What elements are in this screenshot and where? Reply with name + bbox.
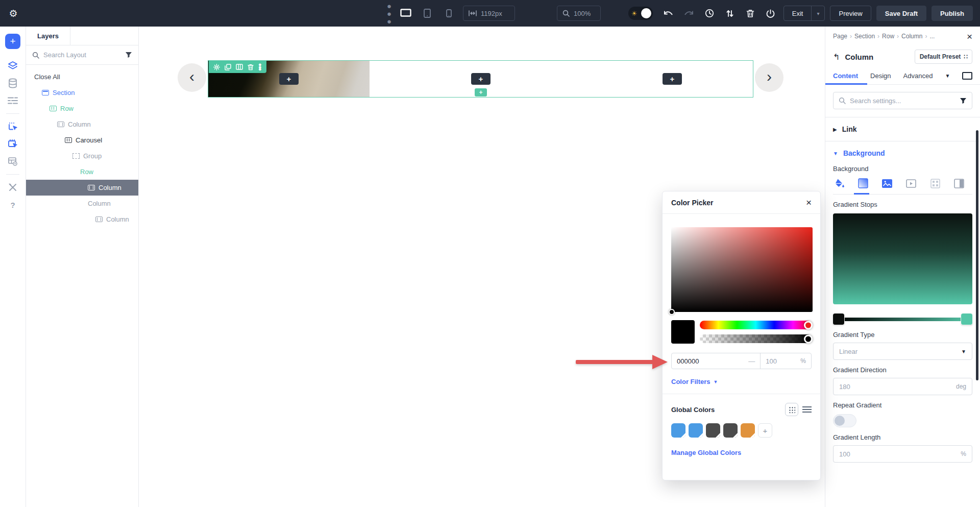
hue-knob[interactable] [804, 321, 813, 329]
history-clock-icon[interactable] [702, 6, 717, 21]
canvas-width-field[interactable] [463, 6, 515, 21]
theme-toggle[interactable]: ☀ [628, 7, 653, 20]
breadcrumb-item[interactable]: Section [854, 33, 875, 40]
gradient-stop-end-knob[interactable] [961, 313, 972, 325]
layers-search-input[interactable] [43, 51, 121, 59]
bg-type-video-icon[interactable] [905, 178, 917, 189]
settings-list-button[interactable] [5, 92, 20, 109]
layer-item-close-all[interactable]: Close All [26, 69, 138, 85]
power-exit-icon[interactable] [763, 6, 778, 21]
grid-view-button[interactable] [785, 403, 798, 416]
layer-item-section[interactable]: Section [26, 85, 138, 101]
add-to-column-1-button[interactable]: + [279, 73, 299, 85]
tools-wrench-button[interactable] [5, 179, 20, 196]
layer-item-carousel[interactable]: Carousel [26, 132, 138, 148]
canvas-zoom-input[interactable] [574, 10, 595, 17]
hex-clear-dash[interactable]: — [748, 357, 755, 365]
bg-type-gradient-icon[interactable] [857, 178, 869, 189]
gradient-direction-field[interactable]: deg [833, 378, 972, 395]
color-picker-close-icon[interactable]: × [806, 198, 812, 207]
breadcrumb-item[interactable]: Page [833, 33, 847, 40]
layer-item-column[interactable]: Column [26, 211, 138, 227]
list-view-button[interactable] [802, 406, 812, 413]
color-filters-toggle[interactable]: Color Filters ▼ [671, 378, 812, 385]
exit-button[interactable]: Exit [784, 6, 812, 20]
back-arrow-icon[interactable]: ↰ [833, 52, 840, 62]
gradient-preview[interactable] [833, 213, 972, 304]
settings-search-input[interactable] [850, 97, 955, 105]
element-more-kebab-icon[interactable]: ●●● [258, 63, 262, 71]
hex-field[interactable]: — [672, 353, 761, 369]
tab-design[interactable]: Design [870, 72, 891, 80]
multi-select-button[interactable] [5, 135, 20, 153]
add-global-color-button[interactable]: + [758, 423, 772, 438]
carousel-next-button[interactable]: › [755, 63, 783, 92]
global-color-swatch[interactable] [689, 423, 703, 438]
add-to-column-3-button[interactable]: + [663, 73, 682, 85]
breadcrumb-item[interactable]: Row [882, 33, 894, 40]
phone-breakpoint-button[interactable] [442, 6, 456, 20]
element-trash-icon[interactable] [248, 64, 254, 70]
layer-item-row[interactable]: Row [26, 164, 138, 180]
layers-tab[interactable]: Layers [26, 27, 70, 45]
layers-panel-button[interactable] [5, 57, 20, 75]
add-to-column-2-button[interactable]: + [471, 73, 491, 85]
element-settings-gear-icon[interactable] [213, 64, 220, 70]
help-button[interactable]: ? [5, 196, 20, 213]
data-panel-button[interactable] [5, 75, 20, 92]
layer-item-row[interactable]: Row [26, 101, 138, 116]
undo-button[interactable] [661, 6, 676, 21]
layer-item-column[interactable]: Column [26, 180, 138, 196]
gradient-stop-track[interactable] [835, 318, 970, 321]
element-columns-icon[interactable] [236, 64, 243, 70]
alpha-knob[interactable] [804, 334, 813, 343]
inspector-scrollbar[interactable] [976, 130, 978, 380]
preview-button[interactable]: Preview [830, 6, 871, 21]
inspector-close-icon[interactable]: × [967, 32, 972, 41]
manage-global-colors-link[interactable]: Manage Global Colors [671, 449, 812, 456]
sort-arrows-icon[interactable] [722, 6, 738, 21]
gradient-type-select[interactable]: Linear ▼ [833, 343, 972, 360]
trash-icon[interactable] [743, 6, 758, 21]
alpha-field[interactable]: % [761, 353, 811, 369]
add-element-button[interactable]: + [5, 34, 20, 49]
canvas-zoom-field[interactable] [557, 6, 601, 21]
global-color-swatch[interactable] [706, 423, 720, 438]
select-element-button[interactable] [5, 118, 20, 135]
global-color-swatch[interactable] [723, 423, 738, 438]
filter-funnel-icon[interactable] [125, 52, 132, 58]
gradient-stop-start-knob[interactable] [833, 313, 844, 325]
redo-button[interactable] [681, 6, 697, 21]
layer-item-column[interactable]: Column [26, 116, 138, 132]
global-color-swatch[interactable] [671, 423, 685, 438]
save-draft-button[interactable]: Save Draft [876, 6, 926, 21]
carousel-row[interactable]: ●●● + + + + [208, 60, 753, 98]
section-link-toggle[interactable]: ▶ Link [825, 117, 980, 141]
default-preset-button[interactable]: Default Preset ∷ [915, 50, 972, 64]
tab-advanced[interactable]: Advanced [903, 72, 933, 80]
canvas-width-input[interactable] [481, 10, 509, 17]
insert-below-button[interactable]: + [475, 88, 487, 96]
carousel-prev-button[interactable]: ‹ [178, 63, 206, 92]
layer-item-group[interactable]: Group [26, 148, 138, 164]
canvas-options-kebab-icon[interactable]: ●●● [387, 2, 391, 25]
section-background-toggle[interactable]: ▼ Background [825, 141, 980, 165]
saturation-area[interactable] [671, 227, 813, 312]
templates-button[interactable] [5, 153, 20, 170]
repeat-gradient-toggle[interactable] [833, 414, 856, 427]
hex-input[interactable] [677, 357, 718, 365]
filter-funnel-icon[interactable] [960, 98, 967, 104]
element-duplicate-icon[interactable] [225, 64, 231, 70]
bg-type-pattern-icon[interactable] [929, 178, 941, 189]
gradient-length-input[interactable] [839, 450, 961, 458]
exit-dropdown-caret[interactable]: ▾ [811, 6, 824, 20]
desktop-breakpoint-button[interactable] [399, 6, 413, 20]
gradient-length-field[interactable]: % [833, 445, 972, 463]
hue-slider[interactable] [700, 321, 812, 329]
global-color-swatch[interactable] [741, 423, 755, 438]
layer-item-column[interactable]: Column [26, 196, 138, 211]
gradient-direction-input[interactable] [839, 383, 956, 391]
publish-button[interactable]: Publish [932, 6, 973, 21]
breadcrumb-item[interactable]: Column [901, 33, 922, 40]
alpha-slider[interactable] [700, 334, 812, 343]
